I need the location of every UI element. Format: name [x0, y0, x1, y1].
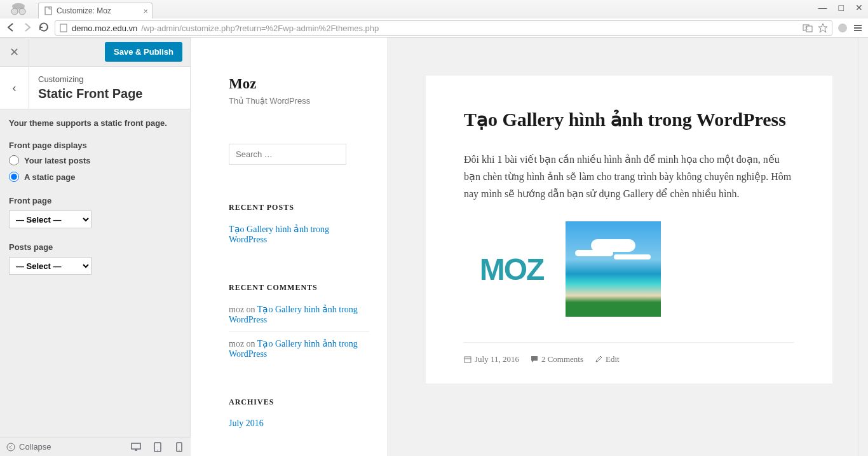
preview-sidebar: Moz Thủ Thuật WordPress RECENT POSTS Tạo… [191, 38, 388, 456]
pencil-icon [595, 356, 602, 363]
comment-icon [531, 356, 538, 363]
radio-static-page[interactable]: A static page [9, 172, 181, 182]
page-icon [59, 24, 68, 32]
front-page-select-group: Front page — Select — [9, 196, 181, 228]
post-meta: July 11, 2016 2 Comments Edit [464, 342, 794, 364]
panel-title-row: ‹ Customizing Static Front Page [0, 67, 190, 109]
page-icon [44, 6, 53, 15]
collapse-label: Collapse [19, 442, 51, 452]
widget-title: RECENT COMMENTS [229, 283, 369, 293]
widget-title: RECENT POSTS [229, 203, 369, 212]
back-button[interactable]: ‹ [0, 67, 29, 109]
posts-page-select-group: Posts page — Select — [9, 242, 181, 275]
radio-input[interactable] [9, 172, 19, 182]
window-controls: ― □ ✕ [818, 3, 863, 13]
incognito-icon [6, 1, 31, 17]
collapse-button[interactable]: Collapse [6, 442, 51, 452]
list-item[interactable]: moz on Tạo Gallery hình ảnh trong WordPr… [229, 338, 369, 366]
workspace: ✕ Save & Publish ‹ Customizing Static Fr… [0, 38, 868, 456]
panel-footer: Collapse [0, 437, 191, 456]
panel-title: Static Front Page [38, 86, 142, 101]
nav-bar: demo.moz.edu.vn/wp-admin/customize.php?r… [0, 18, 868, 38]
bookmark-icon[interactable] [818, 23, 828, 33]
url-host: demo.moz.edu.vn [72, 24, 137, 33]
browser-chrome: Customize: Moz × ― □ ✕ demo.moz.edu.vn/w… [0, 0, 868, 38]
posts-page-select[interactable]: — Select — [9, 257, 92, 275]
gallery-image-logo[interactable]: MOZ [464, 221, 559, 317]
recent-comments-widget: RECENT COMMENTS moz on Tạo Gallery hình … [229, 283, 369, 366]
post-card: Tạo Gallery hình ảnh trong WordPress Đôi… [426, 76, 832, 383]
browser-tab[interactable]: Customize: Moz × [38, 3, 153, 18]
svg-point-1 [11, 8, 18, 15]
device-preview-icons [131, 442, 184, 452]
mobile-icon[interactable] [174, 442, 184, 452]
close-customizer-button[interactable]: ✕ [0, 38, 29, 67]
gallery-image-beach[interactable] [566, 221, 661, 317]
site-title[interactable]: Moz [229, 76, 369, 92]
widget-title: ARCHIVES [229, 397, 369, 407]
tab-strip: Customize: Moz × ― □ ✕ [0, 0, 868, 18]
svg-rect-10 [132, 443, 140, 449]
tab-title: Customize: Moz [57, 6, 111, 15]
svg-rect-4 [60, 24, 67, 32]
panel-description: Your theme supports a static front page. [9, 118, 181, 128]
desktop-icon[interactable] [131, 442, 141, 452]
radio-input[interactable] [9, 155, 19, 165]
recent-posts-widget: RECENT POSTS Tạo Gallery hình ảnh trong … [229, 203, 369, 251]
address-bar[interactable]: demo.moz.edu.vn/wp-admin/customize.php?r… [55, 20, 832, 36]
list-item[interactable]: Tạo Gallery hình ảnh trong WordPress [229, 224, 369, 251]
field-label: Front page [9, 196, 181, 205]
globe-icon[interactable] [837, 23, 848, 33]
front-page-select[interactable]: — Select — [9, 211, 92, 228]
svg-point-2 [19, 8, 25, 15]
post-edit[interactable]: Edit [595, 354, 620, 364]
forward-button [22, 22, 33, 35]
radio-label: A static page [24, 172, 75, 182]
scrollbar[interactable] [858, 38, 868, 456]
archives-widget: ARCHIVES July 2016 [229, 397, 369, 435]
preview-main: Tạo Gallery hình ảnh trong WordPress Đôi… [388, 38, 858, 456]
svg-point-9 [7, 443, 15, 451]
post-comments[interactable]: 2 Comments [531, 354, 583, 364]
field-label: Front page displays [9, 141, 181, 150]
post-title[interactable]: Tạo Gallery hình ảnh trong WordPress [464, 107, 794, 132]
url-path: /wp-admin/customize.php?return=%2Fwp-adm… [141, 24, 379, 33]
svg-point-12 [157, 450, 158, 450]
svg-point-8 [838, 24, 847, 32]
menu-icon[interactable] [853, 23, 863, 33]
panel-header: ✕ Save & Publish [0, 38, 190, 67]
list-item[interactable]: moz on Tạo Gallery hình ảnh trong WordPr… [229, 304, 369, 332]
reload-button[interactable] [38, 22, 50, 35]
preview-frame: Moz Thủ Thuật WordPress RECENT POSTS Tạo… [191, 38, 858, 456]
minimize-icon[interactable]: ― [818, 3, 827, 13]
search-input[interactable] [229, 144, 346, 165]
field-label: Posts page [9, 242, 181, 252]
calendar-icon [464, 356, 471, 363]
tablet-icon[interactable] [153, 442, 163, 452]
gallery: MOZ [464, 221, 794, 317]
post-date[interactable]: July 11, 2016 [464, 354, 519, 364]
panel-supertitle: Customizing [38, 74, 142, 84]
customizer-panel: ✕ Save & Publish ‹ Customizing Static Fr… [0, 38, 191, 456]
svg-rect-3 [45, 7, 51, 15]
radio-latest-posts[interactable]: Your latest posts [9, 155, 181, 165]
radio-label: Your latest posts [24, 156, 91, 165]
front-page-displays-group: Front page displays Your latest posts A … [9, 141, 181, 182]
translate-icon[interactable]: 文 [803, 23, 813, 33]
panel-body: Your theme supports a static front page.… [0, 109, 190, 456]
svg-rect-15 [465, 357, 471, 363]
list-item[interactable]: July 2016 [229, 418, 369, 435]
save-publish-button[interactable]: Save & Publish [105, 42, 182, 62]
chevron-left-icon [6, 443, 15, 452]
close-icon[interactable]: ✕ [855, 3, 863, 13]
tab-close-icon[interactable]: × [143, 6, 148, 16]
site-tagline: Thủ Thuật WordPress [229, 96, 369, 106]
maximize-icon[interactable]: □ [839, 3, 844, 13]
svg-point-14 [179, 450, 179, 450]
svg-text:文: 文 [804, 25, 808, 30]
back-button[interactable] [5, 22, 17, 35]
post-body: Đôi khi 1 bài viết bạn cần nhiều hình ản… [464, 151, 794, 203]
